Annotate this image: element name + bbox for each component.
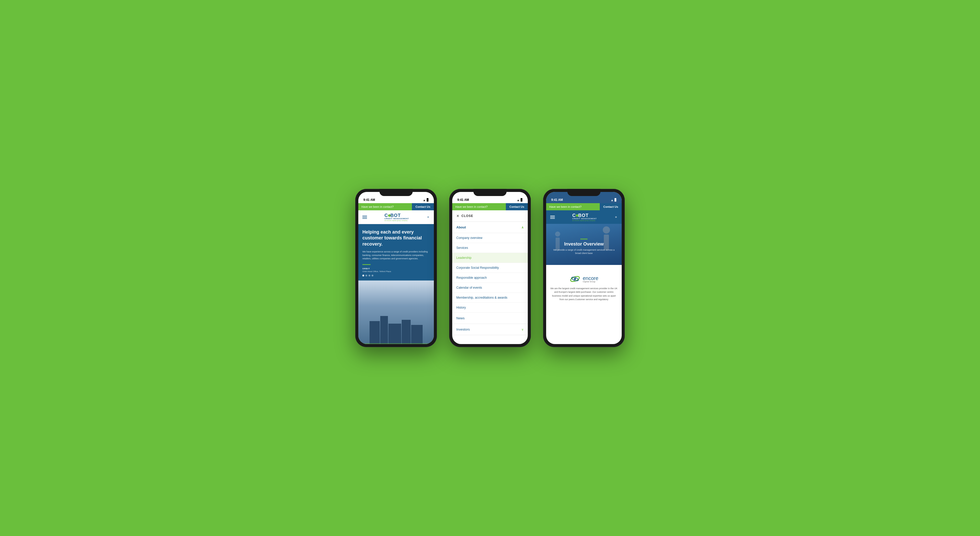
status-icons-2: ▲ ▊: [517, 198, 523, 202]
encore-body: We are the largest credit management ser…: [550, 286, 617, 301]
chevron-about: ∧: [522, 226, 524, 229]
wifi-icon-3: ▲: [611, 199, 614, 202]
dot-1: [363, 275, 364, 277]
cabot-logo-3[interactable]: C BOT CREDIT MANAGEMENT an encore capita…: [573, 213, 597, 221]
status-time-1: 9:41 AM: [363, 198, 375, 202]
encore-section: encore Capital Group We are the largest …: [546, 270, 622, 307]
orbit-label-1: ORBIT: [363, 267, 430, 270]
dot-3: [369, 275, 370, 277]
investor-hero: Investor Overview We provide a range of …: [546, 224, 622, 270]
cabot-logo-1[interactable]: C BOT CREDIT MANAGEMENT an encore capita…: [385, 213, 409, 221]
phones-container: 9:41 AM ▲ ▊ Have we been in contact? Con…: [355, 189, 625, 347]
hero-body-1: We have experience across a range of cre…: [363, 250, 430, 261]
carousel-dots-1: [363, 275, 430, 277]
logo-tagline-3: an encore capital group company: [573, 220, 596, 221]
menu-item-investors[interactable]: Investors ∨: [452, 324, 528, 335]
sub-item-membership[interactable]: Membership, accreditations & awards: [452, 293, 528, 303]
contact-us-button-1[interactable]: Contact Us: [412, 203, 434, 210]
sub-item-responsible[interactable]: Responsible approach: [452, 273, 528, 283]
encore-word: encore: [583, 276, 598, 281]
search-icon-3[interactable]: ⚬: [614, 215, 617, 219]
hero-section-1: Helping each and every customer towards …: [358, 224, 434, 280]
encore-group: Capital Group: [583, 281, 598, 283]
close-label: CLOSE: [461, 214, 473, 218]
hamburger-menu-1[interactable]: [363, 216, 367, 219]
logo-cm-1: CREDIT MANAGEMENT: [385, 218, 409, 219]
sub-item-calendar[interactable]: Calendar of events: [452, 283, 528, 293]
investor-subtitle: We provide a range of credit management …: [551, 248, 617, 255]
banner-left-2[interactable]: Have we been in contact?: [452, 203, 506, 210]
menu-item-about[interactable]: About ∧: [452, 222, 528, 233]
encore-swirl-icon: [570, 275, 581, 283]
notch-3: [567, 189, 600, 196]
hero-title-1: Helping each and every customer towards …: [363, 229, 430, 247]
dot-4: [372, 275, 373, 277]
sub-item-leadership[interactable]: Leadership: [452, 253, 528, 263]
phone-menu: 9:41 AM ▲ ▊ Have we been in contact? Con…: [449, 189, 531, 347]
battery-icon-3: ▊: [614, 198, 617, 202]
chevron-investors: ∨: [522, 328, 524, 331]
hamburger-menu-3[interactable]: [550, 216, 555, 219]
search-icon-1[interactable]: ⚬: [426, 215, 430, 219]
sub-item-services[interactable]: Services: [452, 243, 528, 253]
menu-item-investors-label: Investors: [456, 328, 470, 331]
notch-2: [473, 189, 507, 196]
battery-icon-1: ▊: [427, 198, 429, 202]
top-banner-1: Have we been in contact? Contact Us: [358, 203, 434, 210]
status-icons-1: ▲ ▊: [423, 198, 429, 202]
sub-item-csr[interactable]: Corporate Social Responsibility: [452, 263, 528, 273]
battery-icon-2: ▊: [520, 198, 523, 202]
close-row[interactable]: ✕ CLOSE: [452, 210, 528, 222]
logo-tagline-1: an encore capital group company: [385, 220, 408, 221]
logo-cm-3: CREDIT MANAGEMENT: [573, 218, 597, 219]
wifi-icon-2: ▲: [517, 199, 520, 202]
investor-hero-overlay: Investor Overview We provide a range of …: [546, 224, 622, 270]
status-time-2: 9:41 AM: [457, 198, 469, 202]
dot-2: [366, 275, 367, 277]
encore-text: encore Capital Group: [583, 276, 598, 283]
contact-us-button-2[interactable]: Contact Us: [506, 203, 528, 210]
svg-point-2: [574, 278, 576, 280]
menu-item-news[interactable]: News: [452, 313, 528, 324]
banner-left-1[interactable]: Have we been in contact?: [358, 203, 412, 210]
notch-1: [380, 189, 413, 196]
nav-bar-1: C BOT CREDIT MANAGEMENT an encore capita…: [358, 210, 434, 224]
menu-item-about-label: About: [456, 225, 466, 229]
logo-rest-3: BOT: [578, 213, 589, 218]
encore-logo: encore Capital Group: [570, 275, 598, 283]
close-x-icon: ✕: [456, 214, 460, 218]
building-silhouette-1: [358, 316, 434, 344]
wifi-icon-1: ▲: [423, 199, 426, 202]
sub-item-company-overview[interactable]: Company overview: [452, 233, 528, 243]
building-image-1: [358, 280, 434, 344]
investor-title: Investor Overview: [564, 242, 604, 247]
phone-investor: 9:41 AM ▲ ▊ Have we been in contact? Con…: [543, 189, 625, 347]
top-banner-3: Have we been in contact? Contact Us: [546, 203, 622, 210]
menu-item-news-label: News: [456, 316, 465, 320]
contact-us-button-3[interactable]: Contact Us: [600, 203, 622, 210]
status-time-3: 9:41 AM: [551, 198, 563, 202]
banner-left-3[interactable]: Have we been in contact?: [546, 203, 600, 210]
sub-item-history[interactable]: History: [452, 303, 528, 313]
orbit-sub-1: Orbit Head Office, Telford Plaza: [363, 270, 430, 273]
status-icons-3: ▲ ▊: [611, 198, 617, 202]
logo-rest-1: BOT: [390, 213, 401, 218]
top-banner-2: Have we been in contact? Contact Us: [452, 203, 528, 210]
about-sub-items: Company overview Services Leadership Cor…: [452, 233, 528, 313]
green-divider-1: [363, 264, 371, 265]
phone-home: 9:41 AM ▲ ▊ Have we been in contact? Con…: [355, 189, 437, 347]
investor-green-bar: [580, 239, 587, 239]
menu-screen: About ∧ Company overview Services Leader…: [452, 222, 528, 344]
nav-bar-3: C BOT CREDIT MANAGEMENT an encore capita…: [546, 210, 622, 224]
